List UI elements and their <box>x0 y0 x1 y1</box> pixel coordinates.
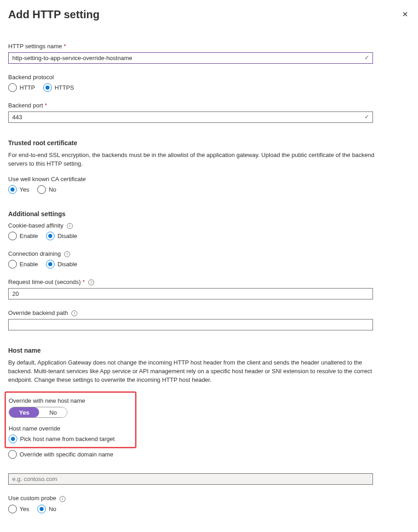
well-known-ca-yes[interactable]: Yes <box>8 185 29 194</box>
radio-label: Yes <box>20 506 29 512</box>
connection-draining-label: Connection draining i <box>8 250 410 257</box>
info-icon[interactable]: i <box>60 496 65 502</box>
custom-probe-yes[interactable]: Yes <box>8 505 29 513</box>
radio-label: Pick host name from backend target <box>20 436 115 442</box>
backend-protocol-label: Backend protocol <box>8 74 410 81</box>
backend-protocol-http[interactable]: HTTP <box>8 83 35 92</box>
radio-label: Enable <box>20 233 38 239</box>
request-timeout-label: Request time-out (seconds) * i <box>8 279 410 285</box>
trusted-root-description: For end-to-end SSL encryption, the backe… <box>8 151 381 168</box>
override-backend-path-input[interactable] <box>8 319 373 330</box>
override-backend-path-label: Override backend path i <box>8 309 410 316</box>
radio-label: Disable <box>57 261 77 268</box>
radio-label: Enable <box>20 261 38 268</box>
radio-label: Override with specific domain name <box>20 451 113 458</box>
settings-name-input[interactable] <box>8 52 373 64</box>
info-icon[interactable]: i <box>88 279 94 285</box>
info-icon[interactable]: i <box>64 251 70 257</box>
radio-label: HTTP <box>20 84 35 91</box>
custom-probe-label: Use custom probe i <box>8 495 410 502</box>
backend-port-label: Backend port * <box>8 102 410 109</box>
radio-label: No <box>49 186 56 193</box>
radio-label: HTTPS <box>55 84 74 91</box>
trusted-root-heading: Trusted root certificate <box>8 139 410 147</box>
override-new-hostname-no[interactable]: No <box>39 407 67 417</box>
info-icon[interactable]: i <box>67 223 73 229</box>
hostname-description: By default, Application Gateway does not… <box>8 359 381 385</box>
radio-label: Disable <box>57 233 77 239</box>
hostname-highlight: Override with new host name Yes No Host … <box>5 391 136 448</box>
backend-protocol-https[interactable]: HTTPS <box>43 83 74 92</box>
override-new-hostname-toggle[interactable]: Yes No <box>9 407 67 418</box>
specific-host-input <box>8 473 373 485</box>
close-icon[interactable]: ✕ <box>402 10 408 19</box>
override-new-hostname-label: Override with new host name <box>9 397 131 404</box>
custom-probe-no[interactable]: No <box>37 505 56 513</box>
hostname-override-pick-backend[interactable]: Pick host name from backend target <box>9 435 131 443</box>
additional-settings-heading: Additional settings <box>8 210 410 218</box>
hostname-override-specific-domain[interactable]: Override with specific domain name <box>8 450 410 459</box>
well-known-ca-label: Use well known CA certificate <box>8 176 410 182</box>
radio-label: Yes <box>20 186 29 193</box>
cookie-affinity-disable[interactable]: Disable <box>46 232 77 240</box>
request-timeout-input[interactable] <box>8 288 373 299</box>
hostname-override-label: Host name override <box>9 425 131 432</box>
override-new-hostname-yes[interactable]: Yes <box>9 407 39 417</box>
well-known-ca-no[interactable]: No <box>37 185 56 194</box>
radio-label: No <box>49 506 56 512</box>
cookie-affinity-enable[interactable]: Enable <box>8 232 38 240</box>
page-title: Add HTTP setting <box>8 8 100 21</box>
connection-draining-enable[interactable]: Enable <box>8 260 38 269</box>
info-icon[interactable]: i <box>71 310 77 316</box>
connection-draining-disable[interactable]: Disable <box>46 260 77 269</box>
hostname-heading: Host name <box>8 347 410 354</box>
backend-port-input[interactable] <box>8 111 373 123</box>
settings-name-label: HTTP settings name * <box>8 43 410 50</box>
cookie-affinity-label: Cookie-based affinity i <box>8 222 410 229</box>
